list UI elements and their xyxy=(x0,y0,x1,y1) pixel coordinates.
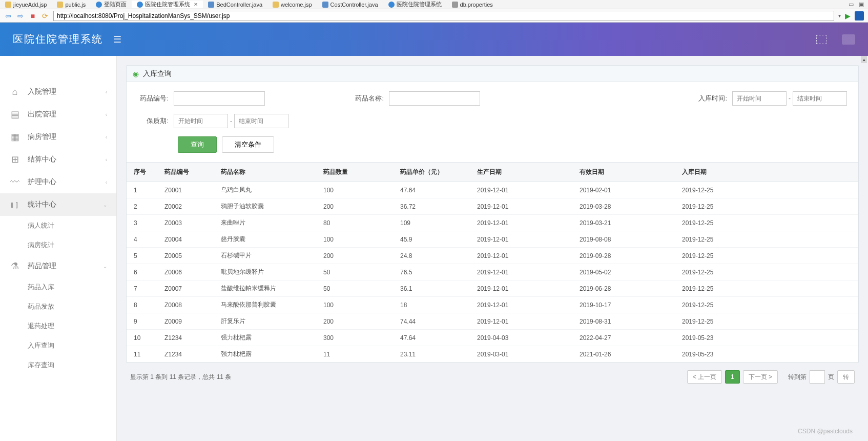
drug-code-input[interactable] xyxy=(174,91,265,106)
ide-tab[interactable]: 医院住院管理系统✕ xyxy=(132,1,203,8)
file-type-icon xyxy=(273,2,279,8)
table-cell: 慈丹胶囊 xyxy=(214,231,316,248)
table-cell: 2019-12-01 xyxy=(470,264,572,280)
next-page-button[interactable]: 下一页 > xyxy=(743,370,778,384)
minimize-icon[interactable]: ▭ xyxy=(849,1,854,8)
table-row[interactable]: 7Z0007盐酸维拉帕米缓释片5036.12019-12-012019-06-2… xyxy=(127,280,858,297)
table-cell: 2019-12-25 xyxy=(675,198,858,215)
table-cell: 2019-12-25 xyxy=(675,215,858,231)
table-cell: 4 xyxy=(127,231,157,248)
back-icon[interactable]: ⇦ xyxy=(4,12,12,20)
sidebar-sub-item[interactable]: 药品发放 xyxy=(0,297,116,316)
table-row[interactable]: 2Z0002鸦胆子油软胶囊20036.722019-12-012019-03-2… xyxy=(127,198,858,215)
stock-end-input[interactable] xyxy=(793,91,847,106)
column-header[interactable]: 序号 xyxy=(127,163,157,182)
close-icon[interactable]: ✕ xyxy=(194,2,198,7)
sidebar-item[interactable]: ⫾⫿统计中心⌄ xyxy=(0,193,116,216)
stop-icon[interactable]: ■ xyxy=(29,12,37,20)
column-header[interactable]: 药品单价（元） xyxy=(393,163,470,182)
sidebar-item[interactable]: ⊞结算中心‹ xyxy=(0,148,116,171)
drug-name-label: 药品名称: xyxy=(353,94,384,103)
drug-name-input[interactable] xyxy=(389,91,480,106)
chevron-icon: ‹ xyxy=(106,157,107,163)
ide-tab[interactable]: jieyueAdd.jsp xyxy=(0,2,52,8)
shelf-life-label: 保质期: xyxy=(138,116,169,126)
sidebar-sub-item[interactable]: 病人统计 xyxy=(0,216,116,235)
ide-tab[interactable]: CostController.java xyxy=(317,2,383,8)
sidebar-sub-item[interactable]: 退药处理 xyxy=(0,316,116,336)
table-row[interactable]: 5Z0005石杉碱甲片20024.82019-12-012019-09-2820… xyxy=(127,248,858,264)
prev-page-button[interactable]: < 上一页 xyxy=(687,370,722,384)
app-title: 医院住院管理系统 xyxy=(13,32,103,46)
column-header[interactable]: 有效日期 xyxy=(572,163,675,182)
table-cell: 2019-12-01 xyxy=(470,313,572,330)
reload-icon[interactable]: ⟳ xyxy=(41,12,49,20)
fullscreen-icon[interactable] xyxy=(816,35,826,44)
table-cell: 7 xyxy=(127,280,157,297)
table-cell: 2019-03-01 xyxy=(470,346,572,363)
forward-icon[interactable]: ⇨ xyxy=(16,12,25,20)
sidebar-item-label: 病房管理 xyxy=(28,132,56,142)
shelf-end-input[interactable] xyxy=(234,114,288,128)
table-row[interactable]: 11Z1234强力枇杷露1123.112019-03-012021-01-262… xyxy=(127,346,858,363)
sidebar-item-label: 护理中心 xyxy=(28,177,56,187)
sidebar-item[interactable]: ⚗药品管理⌄ xyxy=(0,255,116,277)
sidebar-sub-item[interactable]: 入库查询 xyxy=(0,336,116,355)
sidebar-item-label: 结算中心 xyxy=(28,155,56,164)
column-header[interactable]: 药品数量 xyxy=(316,163,393,182)
file-type-icon xyxy=(96,2,102,8)
column-header[interactable]: 生产日期 xyxy=(470,163,572,182)
sidebar-item[interactable]: 〰护理中心‹ xyxy=(0,171,116,193)
ide-tab[interactable]: 登陆页面 xyxy=(91,1,132,8)
frame-icon[interactable]: ▣ xyxy=(859,1,864,8)
table-cell: 2019-12-01 xyxy=(470,248,572,264)
url-dropdown-icon[interactable]: ▾ xyxy=(838,13,841,18)
goto-button[interactable]: 转 xyxy=(837,370,855,384)
page-1-button[interactable]: 1 xyxy=(725,370,740,384)
clear-button[interactable]: 清空条件 xyxy=(222,136,274,153)
url-input[interactable] xyxy=(53,11,834,21)
table-row[interactable]: 10Z1234强力枇杷露30047.642019-04-032022-04-27… xyxy=(127,330,858,346)
watermark: CSDN @pastclouds xyxy=(798,428,853,435)
table-row[interactable]: 9Z0009肝复乐片20074.442019-12-012019-08-3120… xyxy=(127,313,858,330)
browser-toolbar: ⇦ ⇨ ■ ⟳ ▾ ▶ xyxy=(0,9,868,23)
table-cell: 5 xyxy=(127,248,157,264)
scroll-up-icon[interactable]: ▴ xyxy=(861,56,867,63)
run-icon[interactable]: ▶ xyxy=(845,12,851,20)
shelf-start-input[interactable] xyxy=(174,114,228,128)
chart-icon: ⫾⫿ xyxy=(9,199,20,210)
sidebar-sub-item[interactable]: 病房统计 xyxy=(0,235,116,255)
sidebar-sub-item[interactable]: 药品入库 xyxy=(0,277,116,297)
ide-tab[interactable]: BedController.java xyxy=(203,2,267,8)
table-cell: 2019-12-01 xyxy=(470,297,572,313)
table-cell: 11 xyxy=(127,346,157,363)
table-cell: 2019-12-25 xyxy=(675,297,858,313)
ide-tab[interactable]: 医院住院管理系统 xyxy=(383,1,447,8)
column-header[interactable]: 药品名称 xyxy=(214,163,316,182)
table-row[interactable]: 1Z0001乌鸡白凤丸10047.642019-12-012019-02-012… xyxy=(127,182,858,198)
avatar[interactable] xyxy=(842,34,855,45)
debug-icon[interactable] xyxy=(855,11,864,21)
ide-tab[interactable]: db.properties xyxy=(447,2,498,8)
query-button[interactable]: 查询 xyxy=(178,136,217,153)
goto-page-input[interactable] xyxy=(810,370,825,384)
stock-start-input[interactable] xyxy=(732,91,787,106)
pager: 显示第 1 条到 11 条记录，总共 11 条 < 上一页 1 下一页 > 转到… xyxy=(126,363,859,391)
table-row[interactable]: 6Z0006吡贝地尔缓释片5076.52019-12-012019-05-022… xyxy=(127,264,858,280)
table-row[interactable]: 3Z0003来曲唑片801092019-12-012019-03-212019-… xyxy=(127,215,858,231)
ide-tab[interactable]: welcome.jsp xyxy=(267,2,317,8)
sidebar-sub-item[interactable]: 库存查询 xyxy=(0,355,116,375)
home-icon: ⌂ xyxy=(9,86,20,97)
sidebar-item[interactable]: ▤出院管理‹ xyxy=(0,103,116,126)
column-header[interactable]: 药品编号 xyxy=(157,163,214,182)
table-row[interactable]: 8Z0008马来酸依那普利胶囊100182019-12-012019-10-17… xyxy=(127,297,858,313)
sidebar-item[interactable]: ⌂入院管理‹ xyxy=(0,81,116,103)
table-cell: 2019-08-08 xyxy=(572,231,675,248)
main-content: ▴ ◉ 入库查询 药品编号: 药品名称: 入库时间: xyxy=(117,56,868,441)
menu-toggle-icon[interactable]: ☰ xyxy=(113,34,121,45)
discharge-icon: ▤ xyxy=(9,109,20,120)
sidebar-item[interactable]: ▦病房管理‹ xyxy=(0,126,116,148)
ide-tab[interactable]: public.js xyxy=(52,2,91,8)
column-header[interactable]: 入库日期 xyxy=(675,163,858,182)
table-row[interactable]: 4Z0004慈丹胶囊10045.92019-12-012019-08-08201… xyxy=(127,231,858,248)
